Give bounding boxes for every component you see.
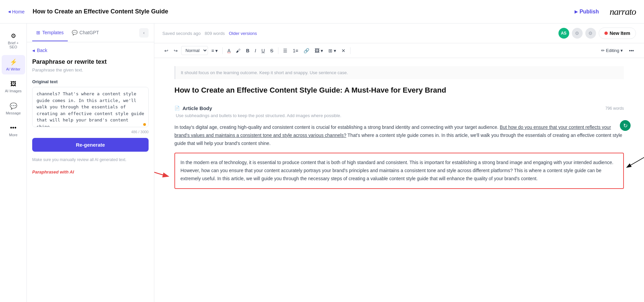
body-text-1: In today's digital age, creating high-qu… xyxy=(174,123,624,147)
toolbar-separator-3 xyxy=(350,47,351,54)
templates-panel: ⊞ Templates 💬 ChatGPT ‹ Back Paraphrase … xyxy=(27,23,154,302)
sidebar-label-ai-writer: AI Writer xyxy=(6,67,20,71)
toolbar-separator-1 xyxy=(222,47,223,54)
table-button[interactable]: ⊞ ▾ xyxy=(326,47,338,55)
section-header: 📄 Article Body 796 words xyxy=(174,105,624,111)
new-item-label: New Item xyxy=(610,31,630,36)
message-icon: 💬 xyxy=(10,102,17,110)
back-button[interactable]: Back xyxy=(32,48,149,53)
lightning-icon: ⚡ xyxy=(10,58,17,66)
new-item-dot xyxy=(604,32,608,35)
more-icon: ••• xyxy=(10,124,16,132)
strikethrough-button[interactable]: S xyxy=(268,47,275,55)
link-button[interactable]: 🔗 xyxy=(302,47,311,55)
undo-button[interactable]: ↩ xyxy=(162,47,170,55)
word-count: 809 words xyxy=(205,31,225,36)
sidebar-item-ai-writer[interactable]: ⚡ AI Writer xyxy=(2,55,25,74)
paraphrased-section: In the modern era of technology, it is e… xyxy=(174,153,624,189)
editor-top-bar: Saved seconds ago 809 words Older versio… xyxy=(154,23,644,43)
refresh-button[interactable]: ↻ xyxy=(620,120,631,131)
regenerate-button[interactable]: Re-generate xyxy=(32,138,149,152)
chatgpt-tab-label: ChatGPT xyxy=(79,30,99,35)
document-heading: How to Create an Effective Content Style… xyxy=(174,86,624,95)
pencil-icon: ✏ xyxy=(601,48,605,53)
panel-content: Back Paraphrase or rewrite text Paraphra… xyxy=(27,42,154,302)
section-doc-icon: 📄 xyxy=(174,106,180,111)
dot-indicator xyxy=(143,123,146,126)
align-button[interactable]: ≡ ▾ xyxy=(209,47,220,55)
paraphrased-text-box: In the modern era of technology, it is e… xyxy=(174,153,624,189)
sidebar-item-message[interactable]: 💬 Message xyxy=(2,99,25,118)
italic-button[interactable]: I xyxy=(253,47,258,55)
toolbar-separator-2 xyxy=(278,47,278,54)
template-description: Paraphrase the given text. xyxy=(32,67,149,72)
sidebar-label-message: Message xyxy=(6,111,21,115)
publish-button[interactable]: Publish xyxy=(575,9,599,15)
doc-title: How to Create an Effective Content Style… xyxy=(33,8,574,15)
bold-button[interactable]: B xyxy=(244,47,251,55)
meta-hint: It should focus on the learning outcome.… xyxy=(174,66,624,79)
section-title: 📄 Article Body xyxy=(174,105,212,111)
sidebar-label-brief-seo: Brief + SEO xyxy=(4,41,22,49)
highlight-button[interactable]: 🖌 xyxy=(234,47,243,55)
avatar-placeholder-1: ⚙ xyxy=(572,28,583,39)
new-item-button[interactable]: New Item xyxy=(599,28,636,39)
templates-tab-icon: ⊞ xyxy=(36,30,40,35)
tab-chatgpt[interactable]: 💬 ChatGPT xyxy=(68,24,103,41)
avatar-placeholder-2: ⚙ xyxy=(585,28,596,39)
sidebar-item-ai-images[interactable]: 🖼 AI Images xyxy=(2,77,25,96)
clear-format-button[interactable]: ✕ xyxy=(339,47,347,55)
templates-tab-label: Templates xyxy=(42,30,64,35)
underline-button[interactable]: U xyxy=(259,47,267,55)
editing-mode-button[interactable]: ✏ Editing ▾ xyxy=(598,47,626,54)
section-title-text: Article Body xyxy=(182,105,212,111)
tab-templates[interactable]: ⊞ Templates xyxy=(32,24,68,41)
editing-label: Editing xyxy=(606,48,620,53)
panel-tabs: ⊞ Templates 💬 ChatGPT ‹ xyxy=(27,23,154,42)
bullet-list-button[interactable]: ☰ xyxy=(281,47,289,55)
annotation-wrapper: In today's digital age, creating high-qu… xyxy=(174,123,624,147)
image-icon: 🖼 xyxy=(10,81,16,88)
logo: narrato xyxy=(609,6,636,17)
avatar: AS xyxy=(558,28,569,39)
editing-chevron-icon: ▾ xyxy=(621,48,623,53)
sidebar-label-more: More xyxy=(9,133,17,137)
older-versions-link[interactable]: Older versions xyxy=(229,31,257,36)
more-options-button[interactable]: ••• xyxy=(627,47,636,55)
text-area-wrapper xyxy=(32,87,149,129)
home-link[interactable]: Home xyxy=(8,9,24,14)
sidebar-item-more[interactable]: ••• More xyxy=(2,121,25,140)
redo-button[interactable]: ↪ xyxy=(172,47,180,55)
save-status: Saved seconds ago xyxy=(162,31,201,36)
icon-sidebar: ⚙ Brief + SEO ⚡ AI Writer 🖼 AI Images 💬 … xyxy=(0,23,27,302)
original-text-input[interactable] xyxy=(32,87,149,127)
section-word-count: 796 words xyxy=(605,106,624,111)
paraphrase-annotation-label: Paraphrased with AI xyxy=(32,169,149,174)
gear-icon: ⚙ xyxy=(11,32,16,40)
sidebar-label-ai-images: AI Images xyxy=(5,89,22,93)
numbered-list-button[interactable]: 1≡ xyxy=(291,47,300,55)
editor-toolbar: ↩ ↪ Normal ≡ ▾ A 🖌 B I U S ☰ 1≡ 🔗 🖼 ▾ ⊞ … xyxy=(154,43,644,58)
ai-note: Make sure you manually review all AI gen… xyxy=(32,157,149,163)
text-color-button[interactable]: A xyxy=(225,47,232,55)
underline-text: But how do you ensure that your content … xyxy=(174,124,611,138)
collapse-panel-button[interactable]: ‹ xyxy=(139,28,149,38)
image-button[interactable]: 🖼 ▾ xyxy=(313,47,325,55)
editor-area: Saved seconds ago 809 words Older versio… xyxy=(154,23,644,302)
original-text-label: Original text xyxy=(32,79,149,84)
section-hint: Use subheadings and bullets to keep the … xyxy=(174,113,624,118)
format-select[interactable]: Normal xyxy=(181,46,208,55)
paraphrase-arrow xyxy=(154,159,171,186)
chatgpt-tab-icon: 💬 xyxy=(72,30,77,35)
template-title: Paraphrase or rewrite text xyxy=(32,58,149,65)
top-bar: Home How to Create an Effective Content … xyxy=(0,0,644,23)
main-layout: ⚙ Brief + SEO ⚡ AI Writer 🖼 AI Images 💬 … xyxy=(0,23,644,302)
editor-content[interactable]: It should focus on the learning outcome.… xyxy=(154,58,644,302)
avatar-group: AS ⚙ ⚙ New Item xyxy=(558,28,636,39)
sidebar-item-brief-seo[interactable]: ⚙ Brief + SEO xyxy=(2,29,25,52)
char-count: 486 / 3000 xyxy=(32,130,149,134)
